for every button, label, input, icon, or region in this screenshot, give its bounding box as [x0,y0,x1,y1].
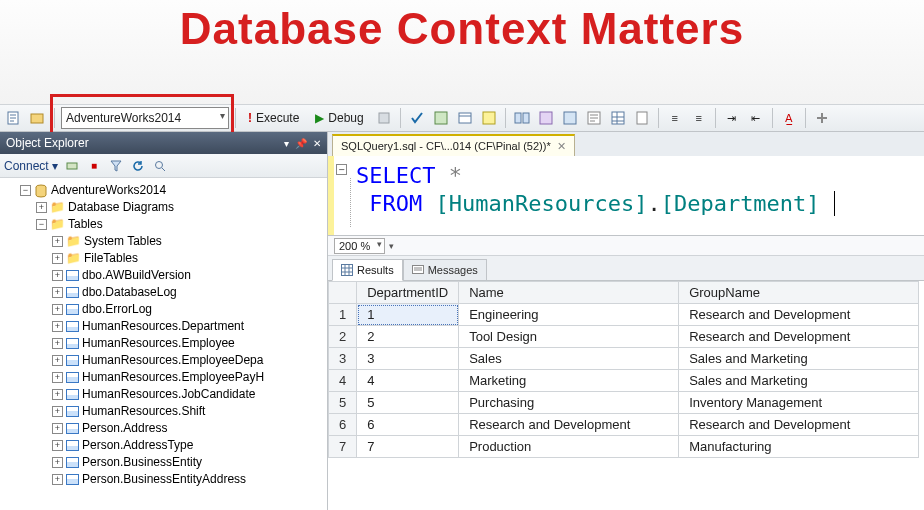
tree-node-folder[interactable]: −📁Tables [34,216,325,233]
row-number[interactable]: 6 [329,414,357,436]
pin-icon[interactable]: 📌 [295,138,307,149]
row-number[interactable]: 1 [329,304,357,326]
stop-icon[interactable]: ■ [86,158,102,174]
cell[interactable]: Sales [459,348,679,370]
row-number[interactable]: 4 [329,370,357,392]
object-explorer-titlebar[interactable]: Object Explorer ▾ 📌 ✕ [0,132,327,154]
query-options-icon[interactable] [455,108,475,128]
sqlcmd-icon[interactable] [560,108,580,128]
corner-cell[interactable] [329,282,357,304]
expand-icon[interactable]: + [52,253,63,264]
results-to-grid-icon[interactable] [608,108,628,128]
column-header[interactable]: DepartmentID [357,282,459,304]
connect-button[interactable]: Connect ▾ [4,159,58,173]
collapse-icon[interactable]: − [20,185,31,196]
sql-editor[interactable]: − SELECT * FROM [HumanResources].[Depart… [328,156,924,236]
execute-button[interactable]: !Execute [242,107,305,129]
tree-node-table[interactable]: +HumanResources.EmployeeDepa [50,352,325,369]
row-number[interactable]: 3 [329,348,357,370]
tab-results[interactable]: Results [332,259,403,281]
cell[interactable]: 4 [357,370,459,392]
include-plan-icon[interactable] [512,108,532,128]
results-grid[interactable]: DepartmentID Name GroupName 1 1 Engineer… [328,280,924,510]
expand-icon[interactable]: + [52,321,63,332]
tree-node-table[interactable]: +HumanResources.Employee [50,335,325,352]
indent-icon[interactable]: ⇥ [722,108,742,128]
tree-node-table[interactable]: +HumanResources.JobCandidate [50,386,325,403]
cell[interactable]: 6 [357,414,459,436]
table-row[interactable]: 3 3 Sales Sales and Marketing [329,348,919,370]
new-query-icon[interactable] [4,108,24,128]
window-position-icon[interactable]: ▾ [284,138,289,149]
expand-icon[interactable]: + [36,202,47,213]
cell[interactable]: Research and Development [459,414,679,436]
expand-icon[interactable]: + [52,372,63,383]
table-row[interactable]: 2 2 Tool Design Research and Development [329,326,919,348]
database-select[interactable]: AdventureWorks2014 [61,107,229,129]
cell[interactable]: Manufacturing [679,436,919,458]
cell[interactable]: Marketing [459,370,679,392]
expand-icon[interactable]: + [52,287,63,298]
expand-icon[interactable]: + [52,474,63,485]
cell[interactable]: Research and Development [679,304,919,326]
estimated-plan-icon[interactable] [431,108,451,128]
expand-icon[interactable]: + [52,457,63,468]
cell[interactable]: 1 [357,304,459,326]
open-icon[interactable] [28,108,48,128]
expand-icon[interactable]: + [52,355,63,366]
results-to-text-icon[interactable] [584,108,604,128]
expand-icon[interactable]: + [52,423,63,434]
zoom-dropdown-icon[interactable]: ▾ [389,241,394,251]
results-to-file-icon[interactable] [632,108,652,128]
zoom-select[interactable]: 200 % [334,238,385,254]
cell[interactable]: Production [459,436,679,458]
cell[interactable]: Sales and Marketing [679,348,919,370]
cell[interactable]: 2 [357,326,459,348]
expand-icon[interactable]: + [52,406,63,417]
disconnect-icon[interactable] [64,158,80,174]
cell[interactable]: Sales and Marketing [679,370,919,392]
row-number[interactable]: 7 [329,436,357,458]
tree-node-table[interactable]: +dbo.AWBuildVersion [50,267,325,284]
tree-node-table[interactable]: +HumanResources.EmployeePayH [50,369,325,386]
tree-node-table[interactable]: +dbo.DatabaseLog [50,284,325,301]
tree-node-table[interactable]: +HumanResources.Shift [50,403,325,420]
table-row[interactable]: 1 1 Engineering Research and Development [329,304,919,326]
outline-collapse-icon[interactable]: − [336,164,347,175]
expand-icon[interactable]: + [52,440,63,451]
cell[interactable]: Inventory Management [679,392,919,414]
tools-icon[interactable] [812,108,832,128]
column-header[interactable]: GroupName [679,282,919,304]
tree-node-table[interactable]: +Person.AddressType [50,437,325,454]
intellisense-icon[interactable] [479,108,499,128]
row-number[interactable]: 5 [329,392,357,414]
expand-icon[interactable]: + [52,338,63,349]
cell[interactable]: 3 [357,348,459,370]
close-icon[interactable]: ✕ [313,138,321,149]
tab-messages[interactable]: Messages [403,259,487,281]
tree-node-folder[interactable]: +📁Database Diagrams [34,199,325,216]
include-stats-icon[interactable] [536,108,556,128]
tree-node-table[interactable]: +Person.BusinessEntityAddress [50,471,325,488]
parse-icon[interactable] [407,108,427,128]
uncomment-icon[interactable]: ≡ [689,108,709,128]
column-header[interactable]: Name [459,282,679,304]
cell[interactable]: Purchasing [459,392,679,414]
collapse-icon[interactable]: − [36,219,47,230]
expand-icon[interactable]: + [52,236,63,247]
table-row[interactable]: 5 5 Purchasing Inventory Management [329,392,919,414]
cell[interactable]: Research and Development [679,414,919,436]
close-icon[interactable]: ✕ [557,140,566,153]
cell[interactable]: Research and Development [679,326,919,348]
tree-node-folder[interactable]: +📁System Tables [50,233,325,250]
expand-icon[interactable]: + [52,389,63,400]
expand-icon[interactable]: + [52,270,63,281]
tree-node-database[interactable]: − AdventureWorks2014 [18,182,325,199]
document-tab[interactable]: SQLQuery1.sql - CF\...014 (CF\Pinal (52)… [332,134,575,156]
search-icon[interactable] [152,158,168,174]
filter-icon[interactable] [108,158,124,174]
cell[interactable]: Tool Design [459,326,679,348]
refresh-icon[interactable] [130,158,146,174]
specify-values-icon[interactable]: A̲ [779,108,799,128]
debug-button[interactable]: ▶Debug [309,107,369,129]
